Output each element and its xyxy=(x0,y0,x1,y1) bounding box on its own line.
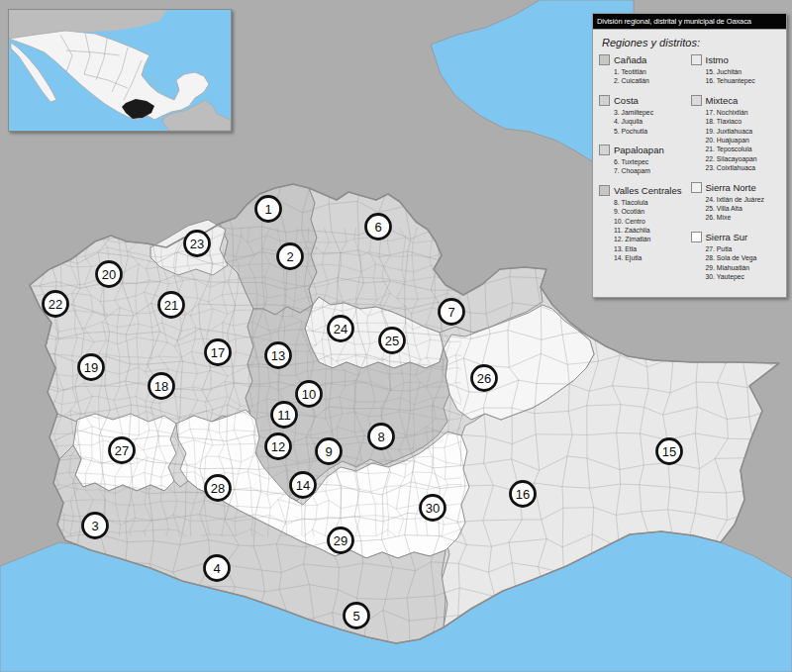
svg-text:14: 14 xyxy=(296,478,310,493)
legend-district-item: 24. Ixtlán de Juárez xyxy=(706,195,783,204)
legend-district-list: 6. Tuxtepec7. Choapam xyxy=(614,157,691,176)
legend-district-item: 12. Zimatlán xyxy=(614,235,691,243)
legend-region-swatch xyxy=(599,144,610,155)
district-marker-3: 3 xyxy=(83,514,108,538)
svg-text:8: 8 xyxy=(377,430,384,444)
legend-heading: Regiones y distritos: xyxy=(602,37,786,48)
legend-column: Istmo15. Juchitán16. TehuantepecMixteca1… xyxy=(691,54,783,291)
legend-section: Sierra Sur27. Putla28. Sola de Vega29. M… xyxy=(691,232,783,282)
svg-text:12: 12 xyxy=(271,439,285,454)
legend: División regional, distrital y municipal… xyxy=(592,13,787,298)
legend-title: División regional, distrital y municipal… xyxy=(593,14,786,30)
inset-canvas xyxy=(9,10,231,131)
district-marker-9: 9 xyxy=(317,439,342,464)
legend-district-item: 8. Tlacolula xyxy=(614,198,691,207)
legend-district-list: 8. Tlacolula9. Ocotlán10. Centro11. Zaác… xyxy=(614,198,691,263)
legend-district-item: 14. Ejutla xyxy=(614,253,691,262)
legend-section: Istmo15. Juchitán16. Tehuantepec xyxy=(691,54,783,86)
legend-region-header: Sierra Norte xyxy=(691,182,783,193)
district-marker-2: 2 xyxy=(278,244,303,269)
legend-district-item: 26. Mixe xyxy=(706,213,783,222)
svg-text:17: 17 xyxy=(211,345,225,360)
legend-region-name: Mixteca xyxy=(706,95,739,106)
district-marker-6: 6 xyxy=(366,215,391,240)
legend-district-item: 1. Teotitlán xyxy=(614,67,691,76)
district-marker-20: 20 xyxy=(97,262,122,287)
legend-district-item: 17. Nochixtlán xyxy=(706,108,783,117)
legend-district-item: 30. Yautepec xyxy=(706,272,783,281)
legend-district-item: 3. Jamiltepec xyxy=(614,108,691,117)
legend-district-item: 16. Tehuantepec xyxy=(706,76,783,85)
legend-region-name: Sierra Sur xyxy=(706,232,748,242)
svg-text:30: 30 xyxy=(426,501,440,516)
legend-district-item: 18. Tlaxiaco xyxy=(706,117,783,126)
district-marker-12: 12 xyxy=(266,434,291,459)
legend-district-list: 15. Juchitán16. Tehuantepec xyxy=(706,67,783,86)
legend-district-item: 10. Centro xyxy=(614,217,691,226)
district-marker-23: 23 xyxy=(185,232,210,256)
legend-section: Valles Centrales8. Tlacolula9. Ocotlán10… xyxy=(599,185,691,263)
svg-text:6: 6 xyxy=(374,220,381,235)
legend-district-list: 27. Putla28. Sola de Vega29. Miahuatlán3… xyxy=(706,244,783,282)
legend-region-header: Istmo xyxy=(691,54,783,65)
svg-text:1: 1 xyxy=(264,202,271,217)
legend-district-item: 5. Pochutla xyxy=(614,127,691,136)
legend-region-swatch xyxy=(691,182,702,193)
legend-district-item: 29. Miahuatlán xyxy=(706,263,783,272)
svg-text:4: 4 xyxy=(213,561,220,576)
svg-text:19: 19 xyxy=(84,360,98,375)
legend-region-name: Papaloapan xyxy=(614,144,664,155)
svg-text:16: 16 xyxy=(516,487,530,502)
district-marker-30: 30 xyxy=(421,496,446,521)
district-marker-15: 15 xyxy=(657,439,682,464)
legend-district-item: 21. Teposcolula xyxy=(706,144,783,153)
legend-district-list: 17. Nochixtlán18. Tlaxiaco19. Juxtlahuac… xyxy=(706,108,783,173)
district-marker-8: 8 xyxy=(369,425,394,449)
legend-section: Costa3. Jamiltepec4. Juquila5. Pochutla xyxy=(599,95,691,136)
district-marker-4: 4 xyxy=(205,556,230,581)
oaxaca-division-map: 1234567891011121314151617181920212223242… xyxy=(0,0,792,672)
district-marker-24: 24 xyxy=(329,317,353,341)
district-marker-5: 5 xyxy=(345,604,369,628)
legend-region-header: Papaloapan xyxy=(599,144,691,155)
legend-district-item: 13. Etla xyxy=(614,244,691,253)
legend-columns: Cañada1. Teotitlán2. CuicatlánCosta3. Ja… xyxy=(593,54,786,291)
legend-district-item: 6. Tuxtepec xyxy=(614,157,691,166)
legend-column: Cañada1. Teotitlán2. CuicatlánCosta3. Ja… xyxy=(599,54,691,291)
district-marker-22: 22 xyxy=(44,292,68,317)
district-marker-28: 28 xyxy=(206,476,231,501)
svg-text:18: 18 xyxy=(154,379,168,394)
svg-text:24: 24 xyxy=(334,322,347,336)
svg-text:2: 2 xyxy=(286,249,293,264)
svg-text:3: 3 xyxy=(91,519,98,533)
legend-district-item: 23. Coixtlahuaca xyxy=(706,163,783,172)
legend-section: Cañada1. Teotitlán2. Cuicatlán xyxy=(599,54,691,86)
legend-region-swatch xyxy=(691,95,702,106)
legend-region-swatch xyxy=(691,54,702,65)
legend-region-name: Cañada xyxy=(614,54,646,65)
district-marker-26: 26 xyxy=(472,366,497,391)
svg-text:27: 27 xyxy=(115,443,129,458)
svg-text:10: 10 xyxy=(302,387,316,402)
svg-text:25: 25 xyxy=(385,334,399,348)
legend-district-item: 11. Zaáchila xyxy=(614,226,691,235)
legend-region-header: Mixteca xyxy=(691,95,783,106)
legend-section: Sierra Norte24. Ixtlán de Juárez25. Vill… xyxy=(691,182,783,223)
district-marker-11: 11 xyxy=(272,403,297,428)
legend-region-name: Costa xyxy=(614,95,639,106)
legend-district-item: 7. Choapam xyxy=(614,166,691,175)
district-marker-17: 17 xyxy=(206,340,231,365)
legend-region-swatch xyxy=(599,54,610,65)
district-marker-29: 29 xyxy=(329,528,353,553)
district-marker-13: 13 xyxy=(266,343,291,368)
district-marker-10: 10 xyxy=(297,382,322,407)
svg-text:13: 13 xyxy=(271,348,285,363)
legend-district-list: 24. Ixtlán de Juárez25. Villa Alta26. Mi… xyxy=(706,195,783,223)
legend-district-item: 2. Cuicatlán xyxy=(614,76,691,85)
district-marker-14: 14 xyxy=(291,473,316,498)
district-marker-21: 21 xyxy=(159,293,184,318)
legend-district-item: 9. Ocotlán xyxy=(614,207,691,216)
svg-text:21: 21 xyxy=(164,298,178,313)
svg-text:11: 11 xyxy=(277,408,291,423)
mexico-inset-map xyxy=(8,9,232,132)
